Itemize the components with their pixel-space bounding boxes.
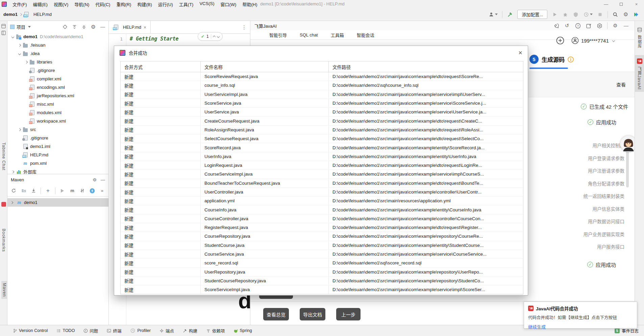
tree-item-compiler.xml[interactable]: <>compiler.xml [7, 75, 108, 83]
上一步-button[interactable]: 上一步 [336, 308, 361, 320]
table-row[interactable]: 新建UserRepository.javaD:\code\feisuan\dem… [121, 268, 523, 277]
close-button[interactable]: × [629, 0, 644, 8]
user-dropdown[interactable] [488, 11, 498, 18]
generated-file-item[interactable]: 用户相关控制器 [593, 142, 625, 149]
chevron-right-icon[interactable] [17, 44, 22, 46]
tabnine-chat-icon[interactable] [1, 202, 6, 207]
search-icon[interactable] [612, 11, 618, 18]
menu-item-编辑(E)[interactable]: 编辑(E) [30, 0, 51, 8]
table-row[interactable]: 新建StudentCourse.javaD:\code\feisuan\demo… [121, 241, 523, 250]
edit-icon[interactable] [586, 23, 592, 29]
tree-item-.gitignore[interactable]: .gitignore [7, 66, 108, 75]
tree-item-pom.xml[interactable]: mpom.xml [7, 159, 108, 167]
generated-file-item[interactable]: 用户信息实体类 [593, 205, 625, 212]
menu-item-工具(T)[interactable]: 工具(T) [176, 0, 197, 8]
status-item-构建[interactable]: 构建 [183, 328, 197, 334]
table-row[interactable]: 新建CourseService.javaD:\code\feisuan\demo… [121, 250, 523, 259]
chevron-down-icon[interactable] [17, 53, 22, 55]
table-row[interactable]: 新建UserInfo.javaD:\code\feisuan\demo1\src… [121, 152, 523, 161]
chevron-right-icon[interactable] [10, 171, 16, 173]
table-row[interactable]: 新建ScoreRecord.javaD:\code\feisuan\demo1\… [121, 143, 523, 152]
tree-item-外部库[interactable]: 外部库 [7, 167, 108, 174]
user-dropdown-icon[interactable] [488, 11, 494, 18]
menu-item-窗口(W)[interactable]: 窗口(W) [218, 0, 240, 8]
view-link[interactable]: 查看 [616, 81, 626, 88]
table-row[interactable]: 新建CourseController.javaD:\code\feisuan\d… [121, 214, 523, 223]
tool-tab-智能引导[interactable]: 智能引导 [269, 32, 287, 38]
table-row[interactable]: 新建LoginRequest.javaD:\code\feisuan\demo1… [121, 161, 523, 170]
table-row[interactable]: 新建CreateCourseRequest.javaD:\code\feisua… [121, 117, 523, 125]
tree-item-.feisuan[interactable]: .feisuan [7, 41, 108, 49]
table-row[interactable]: 新建ScoreReviewRequest.javaD:\code\feisuan… [121, 72, 523, 81]
prev-inspection-icon[interactable] [213, 35, 216, 38]
chevron-down-icon[interactable] [10, 36, 16, 38]
table-row[interactable]: 新建RoleAssignRequest.javaD:\code\feisuan\… [121, 126, 523, 134]
table-row[interactable]: 新建UserServiceImpl.javaD:\code\feisuan\de… [121, 90, 523, 99]
tree-item-misc.xml[interactable]: <>misc.xml [7, 100, 108, 108]
refresh-icon[interactable] [11, 188, 17, 194]
lightning-icon[interactable] [89, 188, 95, 194]
editor-tab-label[interactable]: HELP.md [123, 25, 141, 30]
assistant-icon[interactable] [553, 23, 559, 29]
settings-icon[interactable]: ⚙ [90, 24, 96, 30]
table-row[interactable]: 新建course_info.sqlD:\code\feisuan\demo1\s… [121, 81, 523, 90]
tool-tab-SQL chat[interactable]: SQL chat [300, 32, 318, 37]
close-tab-icon[interactable]: × [144, 25, 146, 30]
tool-tab-智能会话[interactable]: 智能会话 [357, 32, 374, 38]
help-icon[interactable]: ? [575, 23, 581, 29]
next-inspection-icon[interactable] [217, 35, 220, 38]
导出文档-button[interactable]: 导出文档 [300, 308, 325, 320]
tree-item-.idea[interactable]: .idea [7, 49, 108, 58]
status-item-Version Control[interactable]: Version Control [13, 328, 48, 333]
generated-file-item[interactable]: 用户注册请求参数 [588, 167, 624, 174]
menu-item-VCS(S)[interactable]: VCS(S) [196, 0, 217, 8]
tree-item-libraries[interactable]: libraries [7, 58, 108, 66]
chevron-right-icon[interactable] [24, 61, 29, 63]
profiler-icon[interactable] [583, 11, 589, 18]
generated-file-item[interactable]: 统一返回结果封装类 [584, 192, 625, 199]
table-row[interactable]: 新建UserService.javaD:\code\feisuan\demo1\… [121, 108, 523, 117]
chevron-down-icon[interactable] [612, 39, 615, 42]
status-item-TODO[interactable]: TODO [56, 328, 75, 333]
tool-strip-tab-Maven[interactable]: Maven [1, 281, 7, 299]
project-panel-title[interactable]: 项目 [17, 24, 25, 30]
menu-item-帮助(H)[interactable]: 帮助(H) [239, 0, 260, 8]
menu-item-重构(R)[interactable]: 重构(R) [113, 0, 134, 8]
tool-strip-tab-数据库[interactable]: 数据库 [635, 24, 644, 50]
查看总览-button[interactable]: 查看总览 [263, 308, 289, 320]
table-row[interactable]: 新建RegisterRequest.javaD:\code\feisuan\de… [121, 223, 523, 232]
tool-strip-tab-飞算JavaAI[interactable]: 飞算飞算JavaAI [635, 55, 644, 92]
chevron-down-icon[interactable] [28, 26, 31, 28]
generated-file-item[interactable]: 用户登录请求参数 [588, 155, 624, 161]
tree-item-workspace.xml[interactable]: <>workspace.xml [7, 117, 108, 125]
maven-module-row[interactable]: m demo1 [7, 198, 108, 207]
download-icon[interactable] [31, 188, 36, 194]
breadcrumb-project[interactable]: demo1 [3, 12, 18, 17]
tool-tab-工具箱[interactable]: 工具箱 [331, 32, 344, 38]
more-icon[interactable]: » [99, 188, 105, 194]
step-5-generate-source[interactable]: 5 生成源码 [529, 55, 574, 64]
menu-item-文件(F)[interactable]: 文件(F) [9, 0, 30, 8]
assistant-avatar[interactable] [620, 135, 635, 152]
new-session-button[interactable] [556, 36, 564, 45]
feisuan-plugin-icon[interactable] [633, 11, 639, 18]
tree-item-src[interactable]: src [7, 125, 108, 134]
menu-item-视图(V)[interactable]: 视图(V) [51, 0, 71, 8]
info-icon[interactable] [568, 56, 574, 62]
locate-icon[interactable] [62, 24, 68, 30]
tool-strip-tab-Tabnine Chat[interactable]: Tabnine Chat [1, 143, 6, 171]
table-row[interactable]: 新建application.ymlD:\code\feisuan\demo1\s… [121, 197, 523, 205]
menu-item-代码(C)[interactable]: 代码(C) [92, 0, 113, 8]
tree-item-encodings.xml[interactable]: <>encodings.xml [7, 83, 108, 92]
add-icon[interactable]: + [45, 188, 51, 194]
history-icon[interactable]: ↺ [564, 23, 570, 29]
maven-module-label[interactable]: demo1 [24, 200, 38, 205]
tree-item-demo1[interactable]: demo1D:\code\feisuan\demo1 [7, 32, 108, 41]
status-item-Profiler[interactable]: Profiler [130, 328, 151, 333]
coverage-icon[interactable] [573, 11, 579, 18]
run-icon[interactable] [59, 188, 65, 194]
generated-file-item[interactable]: 用户服务接口 [597, 243, 624, 250]
hide-icon[interactable]: — [100, 24, 106, 30]
status-item-Spring[interactable]: Spring [234, 328, 252, 333]
table-row[interactable]: 新建StudentCourseRepository.javaD:\code\fe… [121, 277, 523, 285]
